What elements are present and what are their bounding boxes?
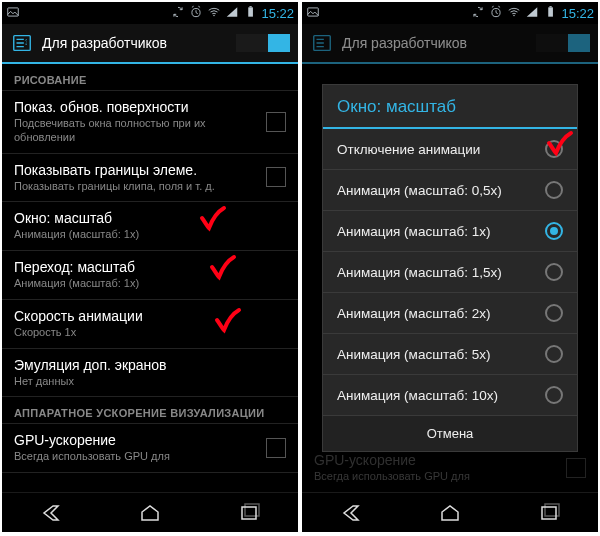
settings-icon [310,31,334,55]
dialog-option-6[interactable]: Анимация (масштаб: 10x) [323,375,577,416]
pref-summary: Анимация (масштаб: 1x) [14,228,286,242]
pref-layout-bounds[interactable]: Показывать границы элеме. Показывать гра… [2,154,298,203]
settings-list[interactable]: РИСОВАНИЕ Показ. обнов. поверхности Подс… [2,64,298,492]
svg-rect-3 [249,7,254,16]
svg-rect-14 [542,507,556,519]
nav-home-button[interactable] [120,499,180,527]
status-bar: 15:22 [302,2,598,24]
option-label: Анимация (масштаб: 10x) [337,388,545,403]
sync-icon [471,5,485,22]
pref-title: Показывать границы элеме. [14,162,256,178]
option-label: Анимация (масштаб: 0,5x) [337,183,545,198]
nav-back-button[interactable] [21,499,81,527]
pref-gpu[interactable]: GPU-ускорение Всегда использовать GPU дл… [2,424,298,473]
svg-rect-11 [549,7,554,16]
nav-bar [302,492,598,532]
dialog-option-4[interactable]: Анимация (масштаб: 2x) [323,293,577,334]
svg-rect-6 [242,507,256,519]
phone-left: 15:22 Для разработчиков РИСОВАНИЕ Показ.… [2,2,298,532]
status-time: 15:22 [561,6,594,21]
pref-title: GPU-ускорение [14,432,256,448]
settings-icon[interactable] [10,31,34,55]
screen-title: Для разработчиков [42,35,228,51]
dialog-title: Окно: масштаб [323,85,577,129]
option-label: Анимация (масштаб: 1x) [337,224,545,239]
svg-rect-0 [8,7,19,15]
pref-title: Окно: масштаб [14,210,286,226]
radio[interactable] [545,263,563,281]
dialog-option-3[interactable]: Анимация (масштаб: 1,5x) [323,252,577,293]
pref-secondary-displays[interactable]: Эмуляция доп. экранов Нет данных [2,349,298,398]
pref-summary: Анимация (масштаб: 1x) [14,277,286,291]
master-toggle[interactable] [236,34,290,52]
wifi-icon [207,5,221,22]
radio-checked[interactable] [545,222,563,240]
status-bar: 15:22 [2,2,298,24]
wifi-icon [507,5,521,22]
pref-summary: Подсвечивать окна полностью при их обнов… [14,117,256,145]
pref-window-scale[interactable]: Окно: масштаб Анимация (масштаб: 1x) [2,202,298,251]
radio[interactable] [545,345,563,363]
section-hw: АППАРАТНОЕ УСКОРЕНИЕ ВИЗУАЛИЗАЦИИ [2,397,298,424]
section-drawing: РИСОВАНИЕ [2,64,298,91]
pref-title: Эмуляция доп. экранов [14,357,286,373]
status-time: 15:22 [261,6,294,21]
dialog-option-1[interactable]: Анимация (масштаб: 0,5x) [323,170,577,211]
radio[interactable] [545,181,563,199]
dialog-option-5[interactable]: Анимация (масштаб: 5x) [323,334,577,375]
pref-title: Переход: масштаб [14,259,286,275]
gallery-icon [6,5,20,22]
screen-title: Для разработчиков [342,35,528,51]
option-label: Отключение анимации [337,142,545,157]
pref-surface-updates[interactable]: Показ. обнов. поверхности Подсвечивать о… [2,91,298,154]
dialog-option-2[interactable]: Анимация (масштаб: 1x) [323,211,577,252]
pref-summary: Всегда использовать GPU для [14,450,256,464]
signal-icon [225,5,239,22]
battery-icon [243,5,257,22]
dialog-backdrop[interactable]: Окно: масштаб Отключение анимации Анимац… [302,64,598,492]
alarm-icon [489,5,503,22]
action-bar: Для разработчиков [2,24,298,64]
action-bar: Для разработчиков [302,24,598,64]
pref-summary: Скорость 1x [14,326,286,340]
sync-icon [171,5,185,22]
pref-animator-speed[interactable]: Скорость анимации Скорость 1x [2,300,298,349]
phone-right: 15:22 Для разработчиков GPU-ускорение Вс… [302,2,598,532]
svg-point-2 [214,14,215,15]
nav-home-button[interactable] [420,499,480,527]
radio[interactable] [545,140,563,158]
dialog-option-0[interactable]: Отключение анимации [323,129,577,170]
nav-recent-button[interactable] [519,499,579,527]
svg-rect-4 [250,6,252,7]
pref-transition-scale[interactable]: Переход: масштаб Анимация (масштаб: 1x) [2,251,298,300]
checkbox[interactable] [266,112,286,132]
option-label: Анимация (масштаб: 2x) [337,306,545,321]
settings-list-dimmed: GPU-ускорение Всегда использовать GPU дл… [302,64,598,492]
gallery-icon [306,5,320,22]
pref-title: Показ. обнов. поверхности [14,99,256,115]
master-toggle [536,34,590,52]
pref-summary: Показывать границы клипа, поля и т. д. [14,180,256,194]
option-label: Анимация (масштаб: 1,5x) [337,265,545,280]
svg-rect-12 [550,6,552,7]
svg-rect-7 [245,504,259,516]
svg-point-10 [514,14,515,15]
nav-recent-button[interactable] [219,499,279,527]
option-label: Анимация (масштаб: 5x) [337,347,545,362]
checkbox[interactable] [266,438,286,458]
nav-bar [2,492,298,532]
svg-rect-8 [308,7,319,15]
signal-icon [525,5,539,22]
alarm-icon [189,5,203,22]
battery-icon [543,5,557,22]
pref-summary: Нет данных [14,375,286,389]
window-scale-dialog: Окно: масштаб Отключение анимации Анимац… [322,84,578,452]
svg-rect-15 [545,504,559,516]
dialog-cancel-button[interactable]: Отмена [323,416,577,451]
checkbox[interactable] [266,167,286,187]
radio[interactable] [545,386,563,404]
nav-back-button[interactable] [321,499,381,527]
radio[interactable] [545,304,563,322]
pref-title: Скорость анимации [14,308,286,324]
